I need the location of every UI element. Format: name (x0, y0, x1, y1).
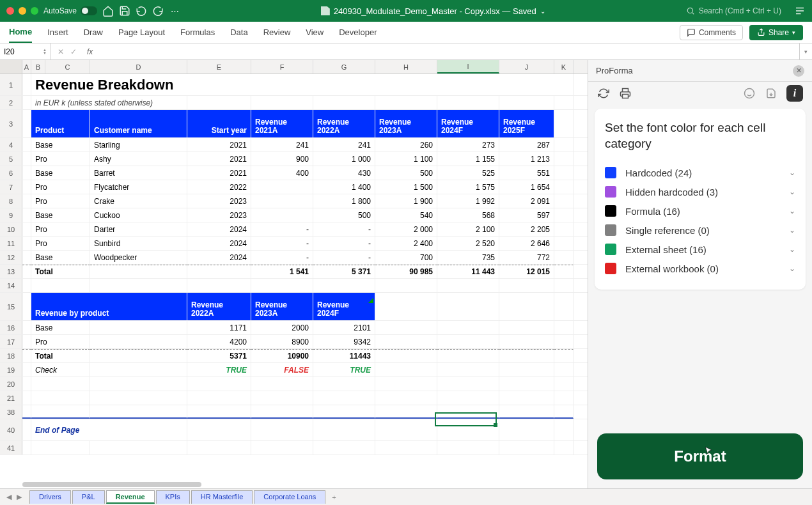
cell[interactable] (375, 441, 437, 454)
cell[interactable]: Revenue 2022A (187, 293, 251, 320)
cell[interactable]: 2024 (187, 237, 251, 250)
cell[interactable] (554, 321, 574, 334)
cell[interactable]: Pro (31, 335, 90, 348)
autosave-toggle[interactable]: AutoSave (43, 6, 97, 15)
cell[interactable] (499, 293, 554, 320)
cell[interactable] (375, 363, 437, 377)
ribbon-tab-developer[interactable]: Developer (339, 22, 377, 42)
row-header[interactable]: 14 (0, 279, 22, 292)
row-header[interactable]: 7 (0, 180, 22, 194)
cell[interactable] (22, 180, 31, 194)
cell[interactable] (375, 279, 437, 292)
row-header[interactable]: 16 (0, 321, 22, 334)
cell[interactable]: - (251, 237, 313, 250)
info-icon[interactable]: i (786, 85, 803, 102)
category-row[interactable]: External workbook (0)⌄ (605, 259, 795, 278)
cell[interactable]: 90 985 (375, 265, 437, 278)
cell[interactable]: Product (31, 110, 90, 137)
formula-expand-icon[interactable]: ▾ (799, 43, 812, 59)
cell[interactable] (187, 419, 251, 440)
cell[interactable]: Barret (90, 166, 187, 180)
cell[interactable] (437, 321, 499, 334)
cell[interactable] (22, 152, 31, 166)
cell[interactable]: 287 (499, 138, 554, 152)
chevron-down-icon[interactable]: ⌄ (789, 264, 795, 273)
page-title[interactable]: Revenue Breakdown (31, 74, 574, 95)
cell[interactable] (437, 391, 499, 405)
cell[interactable] (22, 349, 31, 362)
chevron-down-icon[interactable]: ⌄ (789, 245, 795, 254)
cell[interactable]: 540 (375, 208, 437, 222)
cell[interactable]: 597 (499, 208, 554, 222)
cell[interactable] (437, 279, 499, 292)
cell[interactable]: 551 (499, 166, 554, 180)
cell[interactable]: Check (31, 363, 90, 377)
close-panel-icon[interactable]: ✕ (793, 65, 804, 77)
cell[interactable] (251, 96, 313, 109)
row-header[interactable]: 17 (0, 335, 22, 348)
cell[interactable] (22, 279, 31, 292)
print-icon[interactable] (619, 87, 632, 100)
error-indicator-icon[interactable] (368, 298, 373, 303)
cell[interactable] (375, 293, 437, 320)
row-header[interactable]: 15 (0, 293, 22, 320)
cell[interactable]: 2 400 (375, 237, 437, 250)
cell[interactable] (251, 419, 313, 440)
color-swatch-icon[interactable] (605, 244, 616, 255)
row[interactable]: 18Total53711090011443 (0, 349, 588, 363)
face-icon[interactable] (743, 87, 756, 100)
cell[interactable] (251, 441, 313, 454)
row[interactable]: 6BaseBarret2021400430500525551 (0, 166, 588, 180)
cell[interactable] (251, 208, 313, 222)
cell[interactable] (554, 166, 574, 180)
cell[interactable]: 2023 (187, 194, 251, 208)
cell[interactable]: 568 (437, 208, 499, 222)
cell[interactable] (437, 335, 499, 348)
cell[interactable]: 2022 (187, 180, 251, 194)
cell[interactable]: Pro (31, 237, 90, 250)
redo-icon[interactable] (152, 5, 164, 17)
ribbon-tab-home[interactable]: Home (9, 22, 32, 43)
cell[interactable] (31, 391, 90, 405)
cell[interactable] (499, 279, 554, 292)
cell[interactable] (22, 321, 31, 334)
row-header[interactable]: 5 (0, 152, 22, 166)
row-header[interactable]: 6 (0, 166, 22, 180)
col-header[interactable]: A (22, 60, 31, 74)
cell[interactable] (437, 349, 499, 362)
cell[interactable] (22, 208, 31, 222)
cell[interactable] (554, 110, 574, 137)
cell[interactable] (499, 363, 554, 377)
cell[interactable]: Crake (90, 194, 187, 208)
cell[interactable] (187, 279, 251, 292)
cell[interactable]: - (313, 222, 375, 236)
cell[interactable] (313, 279, 375, 292)
row[interactable]: 9BaseCuckoo2023500540568597 (0, 208, 588, 222)
cell[interactable]: 2 205 (499, 222, 554, 236)
cell[interactable]: 241 (313, 138, 375, 152)
cell[interactable] (499, 349, 554, 362)
cell[interactable] (554, 194, 574, 208)
cell[interactable]: 2021 (187, 152, 251, 166)
category-row[interactable]: Hardcoded (24)⌄ (605, 163, 795, 182)
search-field[interactable]: Search (Cmd + Ctrl + U) (686, 6, 781, 15)
row[interactable]: 8ProCrake20231 8001 9001 9922 091 (0, 194, 588, 208)
row-header[interactable]: 40 (0, 419, 22, 440)
sheet-tab[interactable]: Revenue (106, 490, 155, 504)
cell[interactable] (375, 335, 437, 348)
cell[interactable] (554, 152, 574, 166)
row[interactable]: 15Revenue by productRevenue 2022ARevenue… (0, 293, 588, 321)
cell[interactable]: Woodpecker (90, 251, 187, 264)
col-header[interactable]: J (499, 60, 554, 74)
cell[interactable] (22, 419, 31, 440)
cell[interactable] (554, 441, 574, 454)
cell[interactable] (313, 441, 375, 454)
cell[interactable] (313, 377, 375, 391)
cell[interactable]: 700 (375, 251, 437, 264)
cell[interactable] (375, 96, 437, 109)
comments-button[interactable]: Comments (680, 25, 743, 40)
cell[interactable]: Revenue 2025F (499, 110, 554, 137)
cell[interactable] (22, 237, 31, 250)
cell[interactable]: 772 (499, 251, 554, 264)
cell[interactable] (22, 96, 31, 109)
